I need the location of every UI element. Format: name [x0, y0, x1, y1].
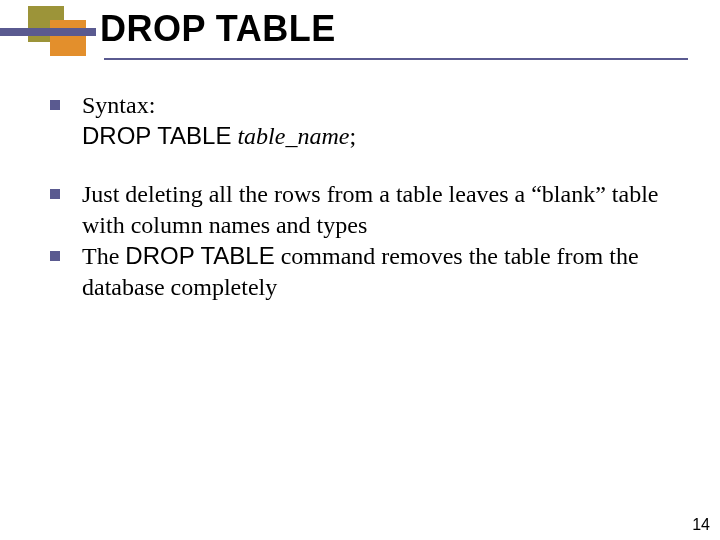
list-item: Just deleting all the rows from a table …: [50, 179, 686, 240]
square-bullet-icon: [50, 189, 60, 199]
square-bullet-icon: [50, 251, 60, 261]
list-item: Syntax: DROP TABLE table_name;: [50, 90, 686, 151]
slide-title-block: DROP TABLE: [100, 8, 690, 50]
bullet-text: Just deleting all the rows from a table …: [82, 179, 686, 240]
bullet-text: The DROP TABLE command removes the table…: [82, 241, 686, 302]
slide-body: Syntax: DROP TABLE table_name; Just dele…: [50, 90, 686, 330]
bullet3-inline-command: DROP TABLE: [125, 242, 274, 269]
slide-title: DROP TABLE: [100, 8, 690, 50]
syntax-argument: table_name: [237, 123, 349, 149]
syntax-command: DROP TABLE: [82, 122, 231, 149]
bullet-text: Syntax: DROP TABLE table_name;: [82, 90, 686, 151]
svg-rect-0: [28, 6, 64, 42]
syntax-tail: ;: [349, 123, 356, 149]
slide-corner-decoration: [0, 0, 100, 50]
syntax-lead: Syntax:: [82, 92, 155, 118]
list-item: The DROP TABLE command removes the table…: [50, 241, 686, 302]
bullet3-before: The: [82, 243, 125, 269]
page-number: 14: [692, 516, 710, 534]
title-underline: [104, 58, 688, 60]
square-bullet-icon: [50, 100, 60, 110]
svg-rect-1: [50, 20, 86, 56]
bullet2-text: Just deleting all the rows from a table …: [82, 181, 658, 238]
svg-rect-2: [0, 28, 96, 36]
